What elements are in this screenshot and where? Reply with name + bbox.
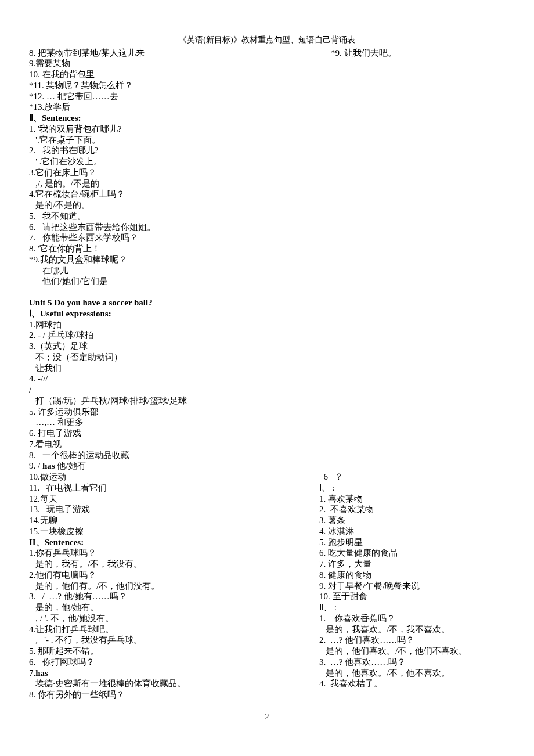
text-line: 6. 请把这些东西带去给你姐姐。: [29, 222, 505, 233]
text-line: *12. … 把它带回……去: [29, 91, 331, 102]
text-line: 让我们: [29, 363, 505, 374]
text-line: 9. 对于早餐/午餐/晚餐来说: [319, 581, 505, 592]
text-line: 2. - / 乒乓球/球拍: [29, 330, 505, 341]
text-line: 2. …? 他们喜欢……吗？: [319, 635, 505, 646]
text-line: 6. 你打网球吗？: [29, 657, 319, 668]
text-line: 8. 你有另外的一些纸吗？: [29, 689, 319, 700]
text-line: 1. 喜欢某物: [319, 494, 505, 505]
text-line: 5. 许多运动俱乐部: [29, 406, 505, 417]
section-label: Ⅰ、 :: [319, 483, 505, 494]
text-line: ,/, 是的。/不是的: [29, 178, 505, 189]
text-line: 5. 跑步明星: [319, 537, 505, 548]
text-line: , '- . 不行，我没有乒乓球。: [29, 635, 319, 646]
text-line: 11. 在电视上看它们: [29, 483, 319, 494]
text-line: 是的，他们有。/不，他们没有。: [29, 581, 319, 592]
text-line: *9.我的文具盒和棒球呢？: [29, 254, 505, 265]
text-line: 是的/不是的。: [29, 200, 505, 211]
section-label: Ⅱ、 :: [319, 602, 505, 613]
text-line: 1. 你喜欢香蕉吗？: [319, 613, 505, 624]
bottom-columns: 10.做运动 11. 在电视上看它们 12.每天 13. 玩电子游戏 14.无聊…: [29, 471, 505, 700]
text-line: 3.它们在床上吗？: [29, 167, 505, 178]
page-number: 2: [29, 712, 505, 722]
text-line: 4. 我喜欢桔子。: [319, 678, 505, 689]
unit-title: Unit 5 Do you have a soccer ball?: [29, 297, 505, 308]
text-line: 6. 吃大量健康的食品: [319, 548, 505, 559]
text-line: 3. / …? 他/她有……吗？: [29, 591, 319, 602]
text-line: '.它在桌子下面。: [29, 135, 505, 146]
text-line: 是的，我喜欢。/不，我不喜欢。: [319, 624, 505, 635]
text-line: 10.做运动: [29, 471, 319, 483]
top-columns: 8. 把某物带到某地/某人这儿来 9.需要某物 10. 在我的背包里 *11. …: [29, 48, 505, 113]
text-line: 10. 在我的背包里: [29, 69, 331, 80]
section-label: Ⅱ、Sentences:: [29, 113, 505, 124]
text-line: 10. 至于甜食: [319, 591, 505, 602]
section-label: Ⅰ、Useful expressions:: [29, 308, 505, 319]
text-line: ' .它们在沙发上。: [29, 156, 505, 167]
text-line: 14.无聊: [29, 515, 319, 526]
text-line: 15.一块橡皮擦: [29, 526, 319, 537]
text-line: 7.has: [29, 668, 319, 679]
text-line: 2. 我的书在哪儿?: [29, 145, 505, 156]
text-line: 8. 健康的食物: [319, 570, 505, 581]
text-line: 3.（英式）足球: [29, 341, 505, 352]
text-line: 4.让我们打乒乓球吧。: [29, 624, 319, 635]
text-line: 6 ？: [319, 471, 505, 483]
text-line: 在哪儿: [29, 265, 505, 276]
text-line: 不；没（否定助动词）: [29, 352, 505, 363]
text-line: 1.网球拍: [29, 319, 505, 330]
text-line: 12.每天: [29, 494, 319, 505]
unit5-sec1-block: 1.网球拍 2. - / 乒乓球/球拍 3.（英式）足球 不；没（否定助动词） …: [29, 319, 505, 472]
text-line: /: [29, 384, 505, 395]
text-line: 7. 你能带些东西来学校吗？: [29, 232, 505, 243]
spacer: [29, 287, 505, 297]
text-line: 3. 薯条: [319, 515, 505, 526]
text-line: 9. / has 他/她有: [29, 460, 505, 471]
text-line: *9. 让我们去吧。: [331, 48, 505, 59]
bottom-right-block: 6 ？ Ⅰ、 : 1. 喜欢某物 2. 不喜欢某物 3. 薯条 4. 冰淇淋 5…: [319, 471, 505, 700]
text-line: 8. 一个很棒的运动品收藏: [29, 450, 505, 461]
bold-text: has: [35, 668, 48, 678]
section-2-block: 1. '我的双肩背包在哪儿? '.它在桌子下面。 2. 我的书在哪儿? ' .它…: [29, 124, 505, 287]
document-header: 《英语(新目标)》教材重点句型、短语自己背诵表: [29, 35, 505, 45]
text-line: 是的，他们喜欢。/不，他们不喜欢。: [319, 646, 505, 657]
text-line: 8. '它在你的背上！: [29, 243, 505, 254]
text-line: *11. 某物呢？某物怎么样？: [29, 80, 331, 91]
text-line: 13. 玩电子游戏: [29, 504, 319, 515]
text-line: 7.看电视: [29, 439, 505, 450]
text-line: 3. …? 他喜欢……吗？: [319, 657, 505, 668]
text-line: 1. '我的双肩背包在哪儿?: [29, 124, 505, 135]
top-left-block: 8. 把某物带到某地/某人这儿来 9.需要某物 10. 在我的背包里 *11. …: [29, 48, 331, 113]
text-line: , / '. 不，他/她没有。: [29, 613, 319, 624]
text-line: 2. 不喜欢某物: [319, 504, 505, 515]
bottom-left-block: 10.做运动 11. 在电视上看它们 12.每天 13. 玩电子游戏 14.无聊…: [29, 471, 319, 700]
section-label: II、Sentences:: [29, 537, 319, 548]
text-line: 是的，他/她有。: [29, 602, 319, 613]
text-line: 4. -///: [29, 373, 505, 384]
text-line: *13.放学后: [29, 102, 331, 113]
text-line: 5. 那听起来不错。: [29, 646, 319, 657]
text-line: 埃德·史密斯有一堆很棒的体育收藏品。: [29, 678, 319, 689]
text-line: 7. 许多，大量: [319, 559, 505, 570]
text-line: 6. 打电子游戏: [29, 428, 505, 439]
text-line: 9.需要某物: [29, 58, 331, 69]
text-line: 8. 把某物带到某地/某人这儿来: [29, 48, 331, 59]
text-line: 是的，他喜欢。/不，他不喜欢。: [319, 668, 505, 679]
top-right-block: *9. 让我们去吧。: [331, 48, 505, 113]
text-line: 他们/她们/它们是: [29, 276, 505, 287]
text-line: 4. 冰淇淋: [319, 526, 505, 537]
bold-text: has: [42, 461, 55, 470]
text-line: 2.他们有电脑吗？: [29, 570, 319, 581]
text-line: 是的，我有。/不，我没有。: [29, 559, 319, 570]
text-line: 1.你有乒乓球吗？: [29, 548, 319, 559]
text-line: 5. 我不知道。: [29, 211, 505, 222]
text-line: …,… 和更多: [29, 417, 505, 428]
text-line: 打（踢/玩）乒乓秋/网球/排球/篮球/足球: [29, 395, 505, 406]
text-line: 4.它在梳妆台/碗柜上吗？: [29, 189, 505, 200]
